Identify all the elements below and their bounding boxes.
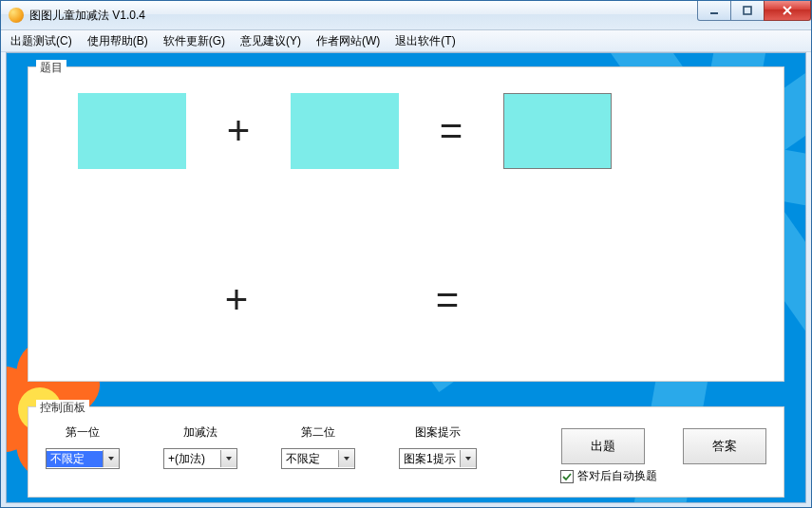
ctrl-first: 第一位 不限定 xyxy=(46,424,120,469)
close-button[interactable] xyxy=(764,1,811,21)
select-op[interactable]: +(加法) xyxy=(163,448,237,469)
auto-next-checkbox[interactable]: 答对后自动换题 xyxy=(560,468,657,484)
check-icon xyxy=(562,472,572,481)
select-op-button[interactable] xyxy=(220,450,236,467)
close-icon xyxy=(782,5,793,16)
ctrl-hint: 图案提示 图案1提示 xyxy=(399,424,477,469)
maximize-icon xyxy=(742,5,753,16)
make-problem-label: 出题 xyxy=(591,438,615,455)
action-buttons: 出题 答案 xyxy=(561,428,766,464)
make-problem-button[interactable]: 出题 xyxy=(561,428,645,464)
show-answer-label: 答案 xyxy=(712,438,737,455)
maximize-button[interactable] xyxy=(730,1,765,21)
chevron-down-icon xyxy=(225,455,233,462)
client-area: 题目 + = + = 控制面板 xyxy=(6,52,806,503)
select-first-button[interactable] xyxy=(103,450,119,467)
operand1-picture xyxy=(78,93,186,169)
ctrl-second: 第二位 不限定 xyxy=(281,424,355,469)
show-answer-button[interactable]: 答案 xyxy=(683,428,766,464)
plus-sign: + xyxy=(196,111,281,151)
label-hint: 图案提示 xyxy=(415,424,461,441)
select-second[interactable]: 不限定 xyxy=(281,448,355,469)
problem-legend: 题目 xyxy=(36,60,66,76)
svg-rect-0 xyxy=(710,12,718,14)
titlebar[interactable]: 图图儿童加减法 V1.0.4 xyxy=(1,1,811,30)
select-op-value: +(加法) xyxy=(164,451,220,467)
problem-row-number: + = xyxy=(28,257,784,343)
menu-update[interactable]: 软件更新(G) xyxy=(158,31,231,51)
answer-picture[interactable] xyxy=(503,93,612,169)
control-legend: 控制面板 xyxy=(36,400,89,416)
svg-rect-1 xyxy=(744,7,751,14)
plus-sign-2: + xyxy=(194,280,279,320)
menu-exit[interactable]: 退出软件(T) xyxy=(389,31,461,51)
label-op: 加减法 xyxy=(183,424,217,441)
menu-site[interactable]: 作者网站(W) xyxy=(311,31,386,51)
app-icon xyxy=(9,8,24,23)
chevron-down-icon xyxy=(107,455,115,462)
select-first[interactable]: 不限定 xyxy=(46,448,120,469)
select-hint-button[interactable] xyxy=(460,450,476,467)
ctrl-op: 加减法 +(加法) xyxy=(163,424,237,469)
equals-sign-2: = xyxy=(405,280,490,320)
select-first-value: 不限定 xyxy=(47,451,103,467)
control-panel-group: 控制面板 第一位 不限定 加减法 +(加法) xyxy=(28,406,784,498)
menubar: 出题测试(C) 使用帮助(B) 软件更新(G) 意见建议(Y) 作者网站(W) … xyxy=(1,30,811,52)
problem-group: 题目 + = + = xyxy=(28,66,784,382)
label-first: 第一位 xyxy=(66,424,100,441)
minimize-icon xyxy=(708,5,720,16)
select-second-value: 不限定 xyxy=(282,451,338,467)
menu-help[interactable]: 使用帮助(B) xyxy=(82,31,154,51)
label-second: 第二位 xyxy=(301,424,335,441)
app-window: 图图儿童加减法 V1.0.4 出题测试(C) 使用帮助(B) 软件更新(G) 意… xyxy=(0,0,812,508)
menu-suggest[interactable]: 意见建议(Y) xyxy=(235,31,307,51)
window-buttons xyxy=(698,1,811,21)
select-second-button[interactable] xyxy=(338,450,354,467)
minimize-button[interactable] xyxy=(697,1,731,21)
chevron-down-icon xyxy=(343,455,350,462)
equals-sign: = xyxy=(408,111,494,151)
operand2-picture xyxy=(291,93,399,169)
select-hint-value: 图案1提示 xyxy=(400,451,460,467)
chevron-down-icon xyxy=(464,455,472,462)
menu-test[interactable]: 出题测试(C) xyxy=(5,31,78,51)
auto-next-label: 答对后自动换题 xyxy=(577,468,657,484)
window-title: 图图儿童加减法 V1.0.4 xyxy=(29,8,145,24)
checkbox-box[interactable] xyxy=(560,470,574,483)
select-hint[interactable]: 图案1提示 xyxy=(399,448,477,469)
problem-row-picture: + = xyxy=(28,88,784,174)
